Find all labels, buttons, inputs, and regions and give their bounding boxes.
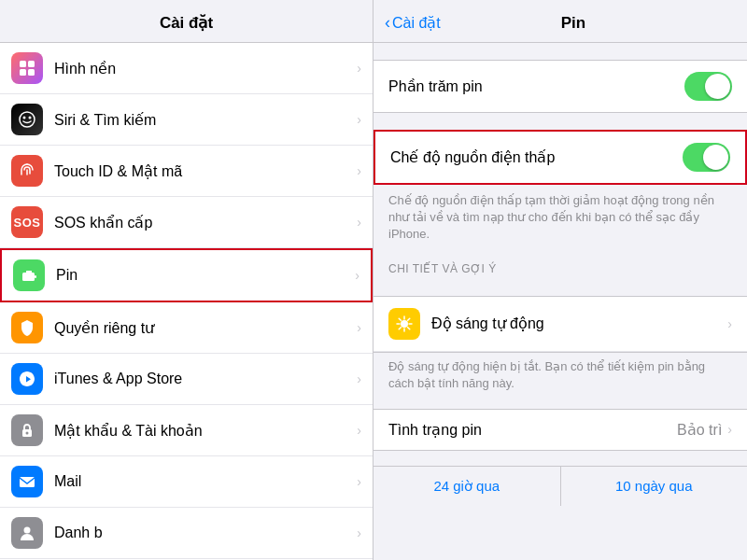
settings-item-siri[interactable]: Siri & Tìm kiếm › <box>0 94 373 146</box>
chevron-hinh-nen: › <box>357 61 361 76</box>
tab-10d[interactable]: 10 ngày qua <box>561 467 748 506</box>
svg-rect-2 <box>20 69 26 76</box>
left-panel: Cài đặt Hình nền › <box>0 0 374 560</box>
icon-siri <box>11 104 43 135</box>
do-sang-description: Độ sáng tự động hiện bị tắt. Bạn có thể … <box>374 353 747 403</box>
right-content: Phần trăm pin Chế độ nguồn điện thấp Chế… <box>374 43 747 560</box>
item-label-itunes: iTunes & App Store <box>54 371 357 387</box>
settings-item-pin[interactable]: Pin › <box>0 248 373 302</box>
chevron-sos: › <box>357 215 361 230</box>
item-label-touch-id: Touch ID & Mật mã <box>54 162 357 180</box>
phan-tram-toggle[interactable] <box>684 72 732 101</box>
settings-list: Hình nền › Siri & Tìm kiếm › <box>0 43 373 560</box>
settings-item-sos[interactable]: SOS SOS khẩn cấp › <box>0 197 373 248</box>
svg-point-13 <box>24 527 31 534</box>
icon-touch-id <box>11 155 43 187</box>
right-title: Pin <box>448 14 698 33</box>
che-do-toggle[interactable] <box>683 143 730 172</box>
chevron-siri: › <box>357 112 361 127</box>
chevron-matkhau: › <box>357 423 361 438</box>
icon-sos: SOS <box>11 206 43 238</box>
che-do-block: Chế độ nguồn điện thấp <box>374 130 747 185</box>
item-label-matkhau: Mật khẩu & Tài khoản <box>54 422 357 440</box>
do-sang-label: Độ sáng tự động <box>431 315 727 332</box>
item-label-hinh-nen: Hình nền <box>54 60 357 77</box>
settings-item-danh[interactable]: Danh b › <box>0 508 373 559</box>
chevron-pin: › <box>355 268 359 283</box>
svg-line-22 <box>399 327 401 329</box>
icon-quyen <box>11 312 43 343</box>
svg-rect-0 <box>20 61 26 67</box>
icon-itunes <box>11 363 43 395</box>
do-sang-section: Độ sáng tự động › <box>374 296 747 353</box>
left-header: Cài đặt <box>0 0 373 43</box>
svg-rect-3 <box>28 69 35 76</box>
phan-tram-knob <box>705 74 730 99</box>
tinh-trang-row[interactable]: Tình trạng pin Bảo trì › <box>374 409 747 451</box>
item-label-siri: Siri & Tìm kiếm <box>54 111 357 129</box>
chevron-itunes: › <box>357 371 361 386</box>
bottom-tabs: 24 giờ qua 10 ngày qua <box>374 466 747 506</box>
left-title: Cài đặt <box>160 14 213 32</box>
tab-10d-label: 10 ngày qua <box>615 478 693 494</box>
tinh-trang-chevron: › <box>727 422 732 437</box>
tab-24h-label: 24 giờ qua <box>433 478 500 494</box>
item-label-pin: Pin <box>56 267 355 284</box>
settings-item-touch-id[interactable]: Touch ID & Mật mã › <box>0 146 373 197</box>
phan-tram-label: Phần trăm pin <box>388 77 684 95</box>
icon-hinh-nen <box>11 52 43 84</box>
chi-tiet-header: CHI TIẾT VÀ GỢI Ý <box>374 255 747 279</box>
settings-item-matkhau[interactable]: Mật khẩu & Tài khoản › <box>0 405 373 456</box>
settings-item-quyen[interactable]: Quyền riêng tư › <box>0 302 373 354</box>
svg-line-21 <box>408 318 410 320</box>
che-do-description: Chế độ nguồn điện thấp tạm thời giảm hoạ… <box>374 185 747 255</box>
chevron-touch-id: › <box>357 163 361 178</box>
chevron-mail: › <box>357 474 361 489</box>
item-label-sos: SOS khẩn cấp <box>54 214 357 231</box>
settings-item-mail[interactable]: Mail › <box>0 456 373 508</box>
svg-rect-8 <box>35 275 36 278</box>
back-button[interactable]: ‹ Cài đặt <box>385 13 441 33</box>
svg-line-19 <box>399 318 401 320</box>
do-sang-chevron: › <box>727 316 732 331</box>
chevron-quyen: › <box>357 320 361 335</box>
svg-rect-7 <box>22 273 35 281</box>
item-label-quyen: Quyền riêng tư <box>54 319 357 337</box>
do-sang-row[interactable]: Độ sáng tự động › <box>374 297 747 352</box>
icon-matkhau <box>11 414 43 446</box>
phan-tram-section: Phần trăm pin <box>374 60 747 113</box>
tinh-trang-value: Bảo trì <box>677 421 722 439</box>
item-label-danh: Danh b <box>54 525 357 541</box>
che-do-knob <box>703 145 728 170</box>
svg-rect-1 <box>28 61 35 67</box>
che-do-label: Chế độ nguồn điện thấp <box>390 148 683 166</box>
svg-point-11 <box>26 432 29 435</box>
svg-line-20 <box>408 327 410 329</box>
icon-danh <box>11 517 43 549</box>
svg-point-14 <box>401 320 408 328</box>
back-label: Cài đặt <box>392 14 441 32</box>
settings-item-hinh-nen[interactable]: Hình nền › <box>0 43 373 94</box>
item-label-mail: Mail <box>54 473 357 490</box>
icon-pin <box>13 259 45 291</box>
chevron-danh: › <box>357 525 361 540</box>
svg-rect-9 <box>26 271 32 273</box>
right-header: ‹ Cài đặt Pin <box>374 0 747 43</box>
back-chevron-icon: ‹ <box>385 13 390 33</box>
tinh-trang-label: Tình trạng pin <box>388 421 677 439</box>
che-do-row: Chế độ nguồn điện thấp <box>375 132 745 183</box>
che-do-section: Chế độ nguồn điện thấp Chế độ nguồn điện… <box>374 130 747 255</box>
svg-point-5 <box>23 117 26 119</box>
icon-mail <box>11 466 43 497</box>
sos-text: SOS <box>14 216 41 230</box>
phan-tram-row: Phần trăm pin <box>374 61 747 112</box>
right-panel: ‹ Cài đặt Pin Phần trăm pin Chế độ nguồn… <box>374 0 747 560</box>
tab-24h[interactable]: 24 giờ qua <box>374 467 561 506</box>
svg-rect-12 <box>20 477 35 487</box>
settings-item-itunes[interactable]: iTunes & App Store › <box>0 354 373 405</box>
svg-point-4 <box>20 112 35 127</box>
svg-point-6 <box>29 117 32 119</box>
do-sang-icon <box>388 308 420 340</box>
